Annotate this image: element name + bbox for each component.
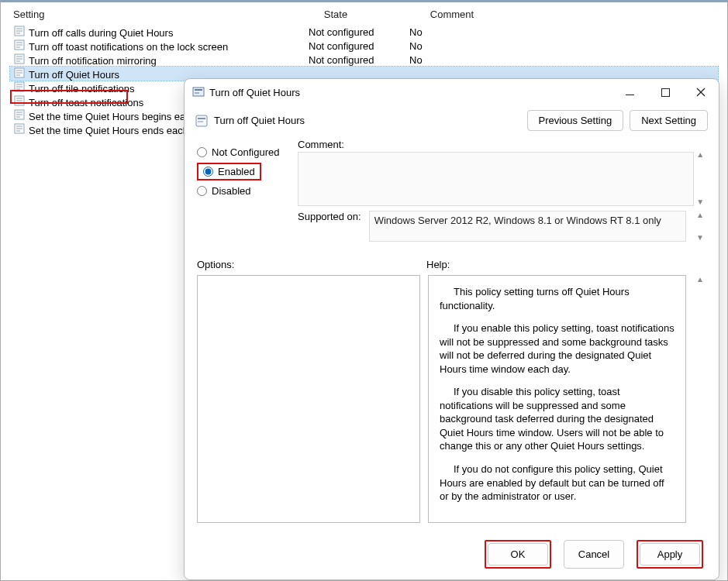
supported-on-text: Windows Server 2012 R2, Windows 8.1 or W… [369,211,686,242]
row-comment: No [386,40,518,52]
policy-item-icon [13,53,26,65]
row-state: Not configured [285,54,386,66]
svg-line-37 [697,88,705,96]
col-comment[interactable]: Comment [386,9,518,20]
previous-setting-button[interactable]: Previous Setting [527,110,624,131]
help-p1: This policy setting turns off Quiet Hour… [440,285,675,312]
policy-item-icon [13,67,26,79]
help-p4: If you do not configure this policy sett… [440,462,675,504]
radio-enabled-label: Enabled [218,166,255,177]
svg-rect-40 [198,121,203,122]
grid-header: Setting State Comment [10,9,718,25]
policy-row[interactable]: Turn off notification mirroringNot confi… [10,53,718,67]
next-setting-button[interactable]: Next Setting [630,110,708,131]
row-name: Turn off toast notifications on the lock… [29,41,228,53]
help-p3: If you disable this policy setting, toas… [440,385,675,453]
row-comment: No [386,26,518,38]
cancel-button[interactable]: Cancel [564,540,624,569]
row-name: Turn off toast notifications [29,97,143,108]
options-label: Options: [197,259,426,270]
policy-icon [195,115,208,127]
help-label: Help: [426,259,450,270]
row-name: Set the time Quiet Hours ends each day [29,125,208,136]
radio-disabled[interactable]: Disabled [197,185,287,197]
row-name: Turn off Quiet Hours [29,69,119,81]
radio-disabled-label: Disabled [212,185,251,197]
dialog-title: Turn off Quiet Hours [209,87,300,98]
highlight-ok: OK [485,540,551,569]
policy-title: Turn off Quiet Hours [214,115,305,126]
policy-item-icon [13,122,26,135]
col-state[interactable]: State [285,9,386,20]
radio-not-configured-label: Not Configured [212,146,279,158]
titlebar[interactable]: Turn off Quiet Hours [185,79,719,105]
help-scrollbar[interactable]: ▲ [694,275,706,523]
policy-app-icon [192,86,205,98]
policy-item-icon [13,39,26,51]
supported-label: Supported on: [298,211,361,222]
maximize-button[interactable] [647,80,683,105]
policy-item-icon [13,108,26,121]
svg-rect-35 [661,88,669,96]
highlight-apply: Apply [637,540,703,569]
row-name: Turn off tile notifications [29,83,135,95]
col-setting[interactable]: Setting [10,9,285,20]
svg-rect-33 [195,89,202,91]
ok-button[interactable]: OK [488,543,548,566]
radio-not-configured[interactable]: Not Configured [197,146,287,158]
comment-scrollbar[interactable]: ▲▼ [694,150,706,206]
svg-rect-39 [198,118,205,119]
help-p2: If you enable this policy setting, toast… [440,321,675,376]
policy-dialog: Turn off Quiet Hours Turn off Quiet Hour… [184,78,719,580]
policy-row[interactable]: Turn off calls during Quiet HoursNot con… [10,25,718,39]
comment-textarea[interactable] [298,152,694,206]
radio-enabled[interactable]: Enabled [203,166,255,177]
apply-button[interactable]: Apply [640,543,700,566]
policy-item-icon [13,81,26,93]
options-pane [197,275,420,523]
policy-item-icon [13,25,26,37]
row-name: Turn off notification mirroring [29,55,157,67]
svg-line-36 [697,88,705,96]
minimize-button[interactable] [612,80,647,105]
help-pane: This policy setting turns off Quiet Hour… [428,275,686,523]
row-state: Not configured [285,40,386,52]
svg-rect-34 [195,92,199,94]
comment-label: Comment: [298,139,344,150]
row-state: Not configured [285,26,386,38]
svg-rect-32 [193,88,204,96]
supported-scrollbar[interactable]: ▲▼ [694,211,706,242]
row-name: Turn off calls during Quiet Hours [29,27,173,39]
close-button[interactable] [683,80,719,105]
row-comment: No [386,54,518,66]
policy-item-icon [13,95,26,107]
policy-row[interactable]: Turn off toast notifications on the lock… [10,39,718,53]
